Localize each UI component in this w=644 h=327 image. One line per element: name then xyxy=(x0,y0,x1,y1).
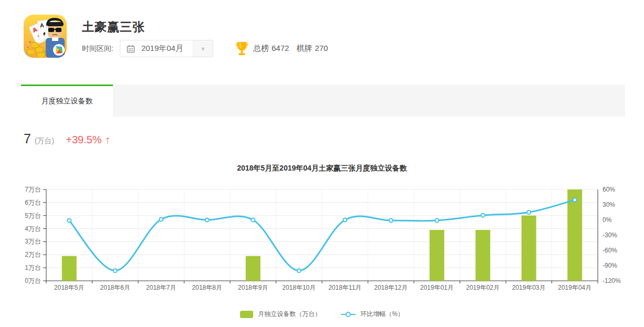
stat-change: +39.5% xyxy=(66,134,101,146)
line-marker[interactable] xyxy=(205,218,209,222)
trophy-icon xyxy=(236,41,248,56)
right-axis-label: -120% xyxy=(603,277,621,284)
line-legend-swatch-icon xyxy=(341,311,356,318)
x-axis-label: 2019年02月 xyxy=(466,284,500,291)
right-axis-label: 0% xyxy=(603,216,612,224)
legend-item-growth[interactable]: 环比增幅（%） xyxy=(341,310,404,319)
right-axis-label: 60% xyxy=(603,186,615,193)
bar[interactable] xyxy=(430,230,444,281)
right-axis-label: -30% xyxy=(603,231,617,239)
stat-value: 7 xyxy=(24,131,31,146)
x-axis-label: 2019年03月 xyxy=(512,284,546,291)
left-axis-label: 6万台 xyxy=(25,199,41,206)
dropdown-arrow-zone[interactable]: ▼ xyxy=(193,40,213,57)
svg-text:A: A xyxy=(39,22,44,29)
x-axis-label: 2018年10月 xyxy=(282,284,316,291)
x-axis-label: 2018年8月 xyxy=(192,284,222,291)
line-marker[interactable] xyxy=(113,269,117,272)
line-marker[interactable] xyxy=(297,269,301,272)
left-axis-label: 3万台 xyxy=(25,238,41,245)
right-axis-label: -60% xyxy=(603,247,617,254)
calendar-icon xyxy=(127,45,135,53)
stat-unit: (万台) xyxy=(35,136,54,146)
bar[interactable] xyxy=(246,256,261,281)
x-axis-label: 2018年12月 xyxy=(374,284,408,291)
x-axis-label: 2019年01月 xyxy=(420,284,454,291)
right-axis-label: 30% xyxy=(603,201,615,208)
line-marker[interactable] xyxy=(481,214,485,217)
up-arrow-icon: ↑ xyxy=(105,134,110,146)
line-marker[interactable] xyxy=(435,218,439,222)
bar[interactable] xyxy=(567,189,582,281)
line-marker[interactable] xyxy=(159,218,163,221)
left-axis-label: 5万台 xyxy=(25,212,41,219)
x-axis-label: 2018年7月 xyxy=(146,284,176,291)
tab-bar: 月度独立设备数 xyxy=(21,85,625,117)
line-marker[interactable] xyxy=(573,198,577,202)
page: A ♥ A ♠ A ♦ xyxy=(0,0,644,327)
time-range-value: 2019年04月 xyxy=(141,44,193,54)
chart: 0万台1万台2万台3万台4万台5万台6万台7万台-120%-90%-60%-30… xyxy=(21,178,625,297)
bar[interactable] xyxy=(62,256,77,281)
line-marker[interactable] xyxy=(389,218,393,222)
bar[interactable] xyxy=(475,230,490,281)
legend-item-devices[interactable]: 月独立设备数（万台） xyxy=(240,310,321,319)
chart-title: 2018年5月至2019年04月土家赢三张月度独立设备数 xyxy=(0,164,644,173)
chart-legend: 月独立设备数（万台） 环比增幅（%） xyxy=(0,310,644,319)
left-axis-label: 1万台 xyxy=(25,264,41,271)
left-axis-label: 2万台 xyxy=(25,251,41,258)
store-badge-icon xyxy=(53,44,65,56)
right-axis-label: -90% xyxy=(603,262,617,269)
x-axis-label: 2019年04月 xyxy=(558,284,591,291)
left-axis-label: 0万台 xyxy=(25,277,41,284)
left-axis-label: 7万台 xyxy=(25,186,41,193)
rank-category: 棋牌270 xyxy=(296,44,328,54)
line-marker[interactable] xyxy=(251,218,255,222)
x-axis-label: 2018年11月 xyxy=(328,284,361,291)
time-range-dropdown[interactable]: 2019年04月 ▼ xyxy=(120,40,213,57)
bar[interactable] xyxy=(522,216,536,281)
left-axis-label: 4万台 xyxy=(25,225,41,233)
line-marker[interactable] xyxy=(527,210,531,214)
app-icon-art: A ♥ A ♠ A ♦ xyxy=(24,15,67,58)
time-range-label: 时间区间: xyxy=(82,44,113,54)
line-marker[interactable] xyxy=(343,218,347,222)
x-axis-label: 2018年5月 xyxy=(54,284,84,291)
x-axis-label: 2018年9月 xyxy=(238,284,268,291)
x-axis-label: 2018年6月 xyxy=(100,284,130,291)
tab-monthly-devices[interactable]: 月度独立设备数 xyxy=(21,85,113,117)
app-icon: A ♥ A ♠ A ♦ xyxy=(24,15,67,58)
stat-row: 7 (万台) +39.5% ↑ xyxy=(24,131,110,146)
rank-overall: 总榜6472 xyxy=(253,44,289,54)
bar-legend-swatch-icon xyxy=(240,311,253,318)
line-marker[interactable] xyxy=(67,218,71,222)
chevron-down-icon: ▼ xyxy=(200,46,206,52)
page-title: 土豪赢三张 xyxy=(82,19,145,35)
